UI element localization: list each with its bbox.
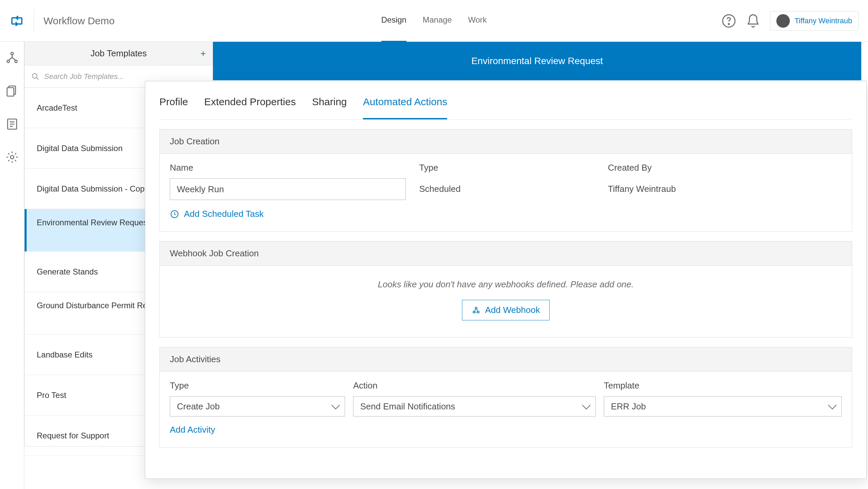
webhook-empty-message: Looks like you don't have any webhooks d… — [160, 279, 852, 290]
label-act-type: Type — [170, 380, 345, 391]
section-activities: Job Activities Type Create Job Action Se… — [159, 347, 852, 448]
add-webhook-label: Add Webhook — [485, 305, 540, 315]
webhook-icon — [472, 306, 480, 315]
add-scheduled-task-link[interactable]: Add Scheduled Task — [170, 209, 842, 219]
banner-title: Environmental Review Request — [471, 56, 603, 66]
section-title: Job Activities — [160, 347, 852, 372]
task-created-by-value: Tiffany Weintraub — [608, 178, 842, 194]
svg-point-2 — [11, 52, 13, 55]
icon-rail — [0, 42, 24, 489]
templates-header: Job Templates + — [25, 42, 213, 65]
clock-icon — [170, 209, 179, 219]
activity-type-value: Create Job — [177, 401, 220, 412]
app-title: Workflow Demo — [34, 9, 115, 33]
templates-title: Job Templates — [90, 48, 147, 59]
help-icon[interactable] — [721, 13, 736, 28]
task-name-input[interactable] — [170, 178, 406, 200]
activity-type-select[interactable]: Create Job — [170, 396, 345, 416]
task-type-value: Scheduled — [419, 178, 601, 194]
add-activity-link[interactable]: Add Activity — [170, 425, 215, 435]
label-created-by: Created By — [608, 163, 842, 173]
bell-icon[interactable] — [746, 13, 761, 28]
add-template-button[interactable]: + — [200, 48, 206, 59]
svg-point-1 — [728, 23, 730, 24]
templates-icon[interactable] — [5, 84, 19, 98]
section-webhook: Webhook Job Creation Looks like you don'… — [159, 241, 852, 338]
app-logo-icon — [9, 13, 24, 28]
section-title: Webhook Job Creation — [160, 241, 852, 266]
gear-icon[interactable] — [5, 150, 19, 164]
section-job-creation: Job Creation Name Type Scheduled Created… — [159, 129, 852, 232]
label-act-action: Action — [353, 380, 596, 391]
tab-extended[interactable]: Extended Properties — [204, 96, 296, 119]
svg-point-8 — [10, 155, 14, 159]
diagram-icon[interactable] — [5, 51, 19, 65]
form-icon[interactable] — [5, 117, 19, 131]
section-title: Job Creation — [160, 130, 852, 154]
header-nav: Design Manage Work — [381, 0, 487, 43]
activity-action-value: Send Email Notifications — [360, 401, 455, 412]
svg-point-9 — [32, 74, 37, 78]
nav-work[interactable]: Work — [468, 0, 487, 43]
search-input[interactable] — [44, 72, 206, 81]
nav-design[interactable]: Design — [381, 0, 406, 43]
tab-profile[interactable]: Profile — [159, 96, 188, 119]
add-scheduled-task-label: Add Scheduled Task — [184, 209, 264, 219]
tab-automated[interactable]: Automated Actions — [363, 96, 447, 119]
label-type: Type — [419, 163, 601, 173]
search-icon — [31, 73, 39, 81]
nav-manage[interactable]: Manage — [423, 0, 452, 43]
activity-template-value: ERR Job — [611, 401, 646, 412]
app-header: Workflow Demo Design Manage Work Tiffany… — [0, 0, 868, 42]
user-name: Tiffany Weintraub — [795, 17, 852, 25]
activity-template-select[interactable]: ERR Job — [604, 396, 842, 416]
activity-action-select[interactable]: Send Email Notifications — [353, 396, 596, 416]
tab-sharing[interactable]: Sharing — [312, 96, 347, 119]
user-chip[interactable]: Tiffany Weintraub — [770, 11, 859, 31]
label-name: Name — [170, 163, 412, 173]
detail-tabs: Profile Extended Properties Sharing Auto… — [159, 96, 852, 120]
avatar-icon — [776, 14, 790, 28]
detail-panel: Profile Extended Properties Sharing Auto… — [145, 81, 867, 479]
label-act-template: Template — [604, 380, 842, 391]
header-right: Tiffany Weintraub — [721, 11, 859, 31]
svg-rect-6 — [7, 88, 14, 96]
add-webhook-button[interactable]: Add Webhook — [462, 300, 550, 320]
page-banner: Environmental Review Request — [213, 42, 861, 80]
